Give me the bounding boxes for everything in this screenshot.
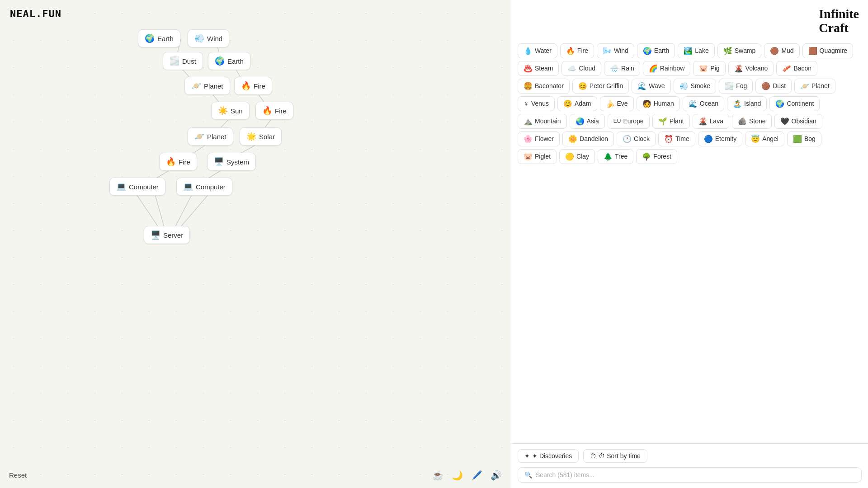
item-stone[interactable]: 🪨Stone xyxy=(732,114,772,129)
item-cloud[interactable]: ☁️Cloud xyxy=(561,61,601,76)
item-angel[interactable]: 😇Angel xyxy=(745,131,784,146)
item-human[interactable]: 🧑Human xyxy=(637,96,680,111)
canvas-item-wind1[interactable]: 💨 Wind xyxy=(188,29,229,47)
item-forest[interactable]: 🌳Forest xyxy=(636,149,677,164)
canvas-item-dust1[interactable]: 🌫️ Dust xyxy=(163,52,203,70)
bottom-icon-bar: ☕ 🌙 🖊️ 🔊 xyxy=(432,470,502,481)
canvas-item-earth2[interactable]: 🌍 Earth xyxy=(208,52,250,70)
item-steam[interactable]: ♨️Steam xyxy=(518,61,559,76)
item-adam[interactable]: 😊Adam xyxy=(557,96,597,111)
item-bog[interactable]: 🟩Bog xyxy=(787,131,821,146)
search-icon: 🔍 xyxy=(524,471,532,479)
search-box[interactable]: 🔍 xyxy=(518,467,862,483)
item-venus[interactable]: ♀️Venus xyxy=(518,96,555,111)
dot-background xyxy=(0,0,511,488)
item-fire[interactable]: 🔥Fire xyxy=(560,43,594,58)
canvas-item-computer2[interactable]: 💻 Computer xyxy=(176,178,232,196)
server1-label: Server xyxy=(163,231,183,239)
item-mud[interactable]: 🟤Mud xyxy=(764,43,799,58)
item-rainbow[interactable]: 🌈Rainbow xyxy=(643,61,690,76)
item-clock[interactable]: 🕐Clock xyxy=(617,131,656,146)
coffee-icon[interactable]: ☕ xyxy=(432,470,443,481)
item-europe[interactable]: EUEurope xyxy=(608,114,650,129)
item-baconator[interactable]: 🍔Baconator xyxy=(518,79,570,94)
craft-canvas[interactable]: NEAL.FUN 🌍 Earth 💨 Wind 🌫️ Dust 🌍 Earth xyxy=(0,0,511,488)
item-earth[interactable]: 🌍Earth xyxy=(637,43,675,58)
item-tree[interactable]: 🌲Tree xyxy=(598,149,633,164)
canvas-item-fire1[interactable]: 🔥 Fire xyxy=(234,77,272,95)
sort-button[interactable]: ⏱ ⏱ Sort by time xyxy=(583,449,647,463)
fire3-label: Fire xyxy=(179,158,190,166)
dust1-emoji: 🌫️ xyxy=(170,56,179,66)
item-wave[interactable]: 🌊Wave xyxy=(632,79,670,94)
dust1-label: Dust xyxy=(182,57,196,65)
item-flower[interactable]: 🌸Flower xyxy=(518,131,560,146)
footer-actions: ✦ ✦ Discoveries ⏱ ⏱ Sort by time xyxy=(518,449,862,463)
item-eve[interactable]: 🍌Eve xyxy=(600,96,634,111)
earth2-emoji: 🌍 xyxy=(215,56,225,66)
canvas-item-solar1[interactable]: 🌟 Solar xyxy=(240,127,282,145)
fire2-label: Fire xyxy=(275,107,287,115)
moon-icon[interactable]: 🌙 xyxy=(452,470,463,481)
sort-icon: ⏱ xyxy=(590,452,596,460)
sun1-label: Sun xyxy=(231,107,243,115)
item-peter-griffin[interactable]: 😊Peter Griffin xyxy=(572,79,629,94)
item-continent[interactable]: 🌍Continent xyxy=(769,96,820,111)
sort-label: ⏱ Sort by time xyxy=(599,452,641,460)
item-water[interactable]: 💧Water xyxy=(518,43,557,58)
computer2-label: Computer xyxy=(196,183,226,191)
item-swamp[interactable]: 🌿Swamp xyxy=(717,43,762,58)
canvas-item-fire2[interactable]: 🔥 Fire xyxy=(255,102,293,120)
item-island[interactable]: 🏝️Island xyxy=(727,96,767,111)
canvas-item-earth1[interactable]: 🌍 Earth xyxy=(138,29,180,47)
canvas-item-planet1[interactable]: 🪐 Planet xyxy=(184,77,230,95)
item-rain[interactable]: 🌧️Rain xyxy=(604,61,640,76)
item-wind[interactable]: 🌬️Wind xyxy=(597,43,634,58)
sidebar: InfiniteCraft 💧Water 🔥Fire 🌬️Wind 🌍Earth… xyxy=(511,0,868,488)
fire1-label: Fire xyxy=(254,82,265,90)
solar1-emoji: 🌟 xyxy=(246,131,256,141)
discoveries-button[interactable]: ✦ ✦ Discoveries xyxy=(518,449,579,463)
search-input[interactable] xyxy=(536,471,855,479)
system1-label: System xyxy=(226,158,249,166)
sun1-emoji: ☀️ xyxy=(218,106,228,116)
planet1-label: Planet xyxy=(204,82,223,90)
item-eternity[interactable]: 🔵Eternity xyxy=(698,131,742,146)
canvas-item-sun1[interactable]: ☀️ Sun xyxy=(211,102,250,120)
item-fog[interactable]: 🌫️Fog xyxy=(719,79,753,94)
item-asia[interactable]: 🌏Asia xyxy=(570,114,605,129)
canvas-item-system1[interactable]: 🖥️ System xyxy=(207,153,256,171)
item-clay[interactable]: 🟡Clay xyxy=(559,149,595,164)
item-quagmire[interactable]: 🟫Quagmire xyxy=(802,43,853,58)
item-mountain[interactable]: ⛰️Mountain xyxy=(518,114,567,129)
item-lake[interactable]: 🏞️Lake xyxy=(678,43,714,58)
sidebar-footer: ✦ ✦ Discoveries ⏱ ⏱ Sort by time 🔍 xyxy=(511,443,868,488)
canvas-item-fire3[interactable]: 🔥 Fire xyxy=(159,153,197,171)
item-volcano[interactable]: 🌋Volcano xyxy=(728,61,774,76)
sound-icon[interactable]: 🔊 xyxy=(491,470,502,481)
computer1-emoji: 💻 xyxy=(116,182,126,192)
item-ocean[interactable]: 🌊Ocean xyxy=(683,96,724,111)
fire3-emoji: 🔥 xyxy=(166,157,176,167)
canvas-item-server1[interactable]: 🖥️ Server xyxy=(144,226,190,244)
item-bacon[interactable]: 🥓Bacon xyxy=(776,61,817,76)
item-dust[interactable]: 🟤Dust xyxy=(755,79,792,94)
fire2-emoji: 🔥 xyxy=(262,106,272,116)
computer1-label: Computer xyxy=(129,183,159,191)
item-obsidian[interactable]: 🖤Obsidian xyxy=(774,114,822,129)
reset-button[interactable]: Reset xyxy=(9,471,27,479)
item-lava[interactable]: 🌋Lava xyxy=(693,114,729,129)
planet1-emoji: 🪐 xyxy=(191,81,201,91)
item-planet[interactable]: 🪐Planet xyxy=(794,79,835,94)
item-time[interactable]: ⏰Time xyxy=(658,131,695,146)
canvas-item-planet2[interactable]: 🪐 Planet xyxy=(188,127,233,145)
canvas-item-computer1[interactable]: 💻 Computer xyxy=(109,178,165,196)
item-smoke[interactable]: 💨Smoke xyxy=(674,79,717,94)
discoveries-label: ✦ Discoveries xyxy=(532,452,572,460)
brush-icon[interactable]: 🖊️ xyxy=(471,470,482,481)
item-piglet[interactable]: 🐷Piglet xyxy=(518,149,557,164)
item-pig[interactable]: 🐷Pig xyxy=(693,61,725,76)
item-dandelion[interactable]: 🌼Dandelion xyxy=(562,131,614,146)
item-plant[interactable]: 🌱Plant xyxy=(652,114,690,129)
server1-emoji: 🖥️ xyxy=(151,230,160,240)
